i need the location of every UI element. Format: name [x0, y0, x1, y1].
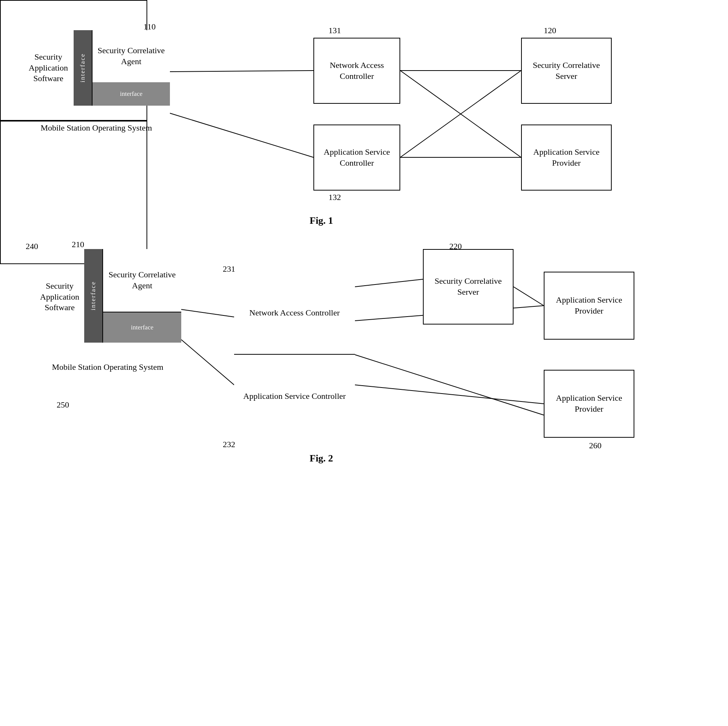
- fig2-ref-231: 231: [223, 264, 235, 274]
- fig2-sca-box: Security Correlative Agent: [102, 249, 181, 312]
- svg-line-5: [400, 71, 521, 157]
- svg-line-7: [181, 340, 234, 385]
- svg-line-6: [181, 309, 234, 317]
- fig1-ref-120: 120: [544, 26, 556, 35]
- fig2-interface2-label: interface: [131, 324, 153, 331]
- fig2-title: Fig. 2: [310, 453, 333, 464]
- fig1-interface-bar1: interface: [74, 30, 92, 106]
- fig1-asc-box: Application Service Controller: [313, 125, 400, 191]
- fig2-interface-bar1: interface: [84, 249, 102, 343]
- svg-line-0: [170, 71, 313, 72]
- fig2-nac-box: Network Access Controller: [234, 272, 355, 355]
- fig1-ref-131: 131: [329, 26, 341, 35]
- svg-line-8: [355, 279, 423, 287]
- fig1-interface2-label: interface: [120, 90, 142, 98]
- fig1-mobile-os-label: Mobile Station Operating System: [23, 105, 170, 151]
- fig1-sas-label: Security Application Software: [26, 36, 71, 100]
- fig2-ref-260: 260: [589, 441, 602, 451]
- fig2-scs-box: Security Correlative Server: [423, 249, 514, 325]
- fig2-ref-210: 210: [72, 240, 84, 249]
- fig2-asc-box: Application Service Controller: [234, 355, 355, 438]
- fig1-sca-box: Security Correlative Agent: [92, 30, 170, 83]
- fig1-scs-box: Security Correlative Server: [521, 38, 612, 104]
- fig2-ref-220: 220: [449, 241, 462, 251]
- fig1-nac-box: Network Access Controller: [313, 38, 400, 104]
- fig1-asp-box: Application Service Provider: [521, 125, 612, 191]
- fig1-interface-bar2: interface: [92, 82, 170, 106]
- fig2-asp2-box: Application Service Provider: [544, 370, 634, 438]
- fig2-asp1-box: Application Service Provider: [544, 272, 634, 340]
- fig1-title: Fig. 1: [310, 215, 333, 226]
- svg-line-1: [170, 113, 313, 157]
- fig2-interface1-label: interface: [89, 281, 97, 310]
- fig2-ref-250: 250: [57, 400, 69, 410]
- svg-line-4: [400, 71, 521, 157]
- fig1-interface1-label: interface: [79, 53, 86, 82]
- fig2-ref-240: 240: [26, 241, 38, 251]
- fig2-sas-label: Security Application Software: [37, 256, 82, 338]
- diagram-container: Security Application Software interface …: [0, 0, 728, 726]
- svg-line-11: [514, 287, 544, 306]
- svg-line-10: [355, 385, 544, 404]
- fig1-ref-110: 110: [143, 22, 156, 32]
- fig2-interface-bar2: interface: [102, 312, 181, 343]
- fig2-ref-232: 232: [223, 440, 235, 449]
- fig1-ref-132: 132: [329, 192, 341, 202]
- svg-line-12: [355, 355, 544, 415]
- fig2-mobile-os-label: Mobile Station Operating System: [34, 342, 181, 392]
